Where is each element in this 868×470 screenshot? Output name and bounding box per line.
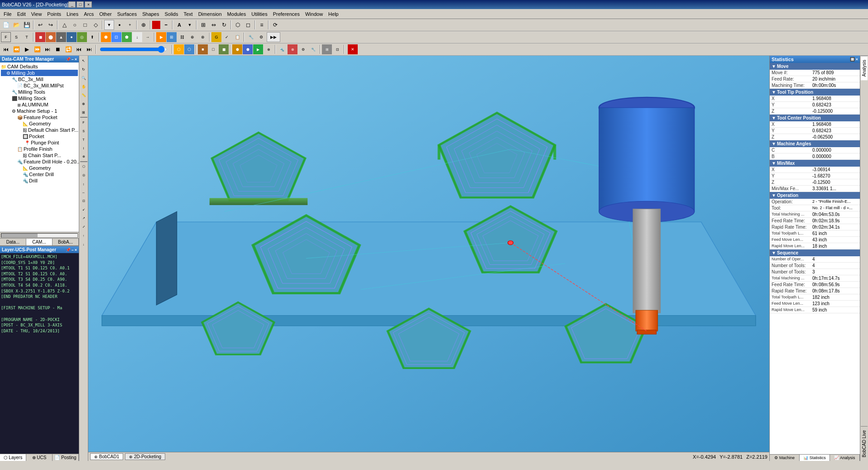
play-stop[interactable]: ⏹	[53, 44, 63, 54]
mirror-btn[interactable]: ⇔	[209, 20, 219, 30]
menu-points[interactable]: Points	[44, 10, 64, 18]
view-top[interactable]: T	[22, 32, 32, 42]
si-top[interactable]: T	[80, 135, 88, 144]
tree-profile-finish[interactable]: 📋 Profile Finish	[1, 146, 78, 152]
menu-text[interactable]: Text	[181, 10, 195, 18]
stats-section-angles-header[interactable]: ▼ Machine Angles	[770, 140, 860, 147]
cam-op5[interactable]: →	[143, 32, 153, 42]
tree-feature-drill[interactable]: 🔩 Feature Drill Hole - 0.20...	[1, 158, 78, 165]
tree-bc3x-post[interactable]: 📄 BC_3x_Mill.MllPst	[1, 82, 78, 89]
menu-edit[interactable]: Edit	[14, 10, 29, 18]
si-tool7[interactable]: ↗	[80, 214, 88, 222]
menu-dimension[interactable]: Dimension	[196, 10, 225, 18]
tree-geometry2[interactable]: 📐 Geometry	[1, 165, 78, 171]
tree-chain-start2[interactable]: ⛓ Chain Start P...	[1, 152, 78, 158]
si-side[interactable]: S	[80, 127, 88, 135]
render-solid[interactable]: ■	[198, 44, 208, 54]
shape-btn[interactable]: ◇	[91, 20, 101, 30]
viewport-tab-bobcad[interactable]: ⊕ BobCAD1	[90, 453, 123, 460]
simcam3[interactable]: ⚙	[298, 44, 308, 54]
si-tool3[interactable]: ↕	[80, 180, 88, 188]
play-play[interactable]: ▶	[22, 44, 32, 54]
simview-mode2[interactable]: ⊡	[332, 44, 342, 54]
menu-file[interactable]: File	[1, 10, 14, 18]
simcam1[interactable]: 🔩	[277, 44, 287, 54]
menu-modules[interactable]: Modules	[225, 10, 249, 18]
tree-chain-start[interactable]: ⛓ Default Chain Start P...	[1, 127, 78, 133]
tree-aluminum[interactable]: ◼ ALUMINUM	[1, 101, 78, 108]
minimize-btn[interactable]: _	[68, 1, 76, 8]
cam-post[interactable]: G	[211, 32, 221, 42]
line-style[interactable]: ━	[161, 20, 171, 30]
cam-report[interactable]: 📋	[232, 32, 242, 42]
stats-restore[interactable]: 🔲	[850, 57, 855, 62]
shape-box[interactable]: ◼	[35, 32, 45, 42]
stats-section-center-header[interactable]: ▼ Tool Center Position	[770, 115, 860, 121]
cam-tool1[interactable]: 🔧	[246, 32, 256, 42]
viewport-tab-2d-pocketing[interactable]: ⊕ 2D-Pocketing	[125, 453, 165, 460]
simview4[interactable]: ⊕	[264, 44, 273, 54]
cam-tree-pin[interactable]: 📌	[66, 57, 71, 62]
maximize-btn[interactable]: □	[77, 1, 84, 8]
simcam4[interactable]: 🔧	[308, 44, 318, 54]
si-iso[interactable]: I	[80, 144, 88, 152]
cam-tab-cam[interactable]: CAM...	[26, 239, 53, 245]
render-wire[interactable]: □	[208, 44, 218, 54]
playback-slider[interactable]	[100, 46, 168, 53]
view-iso[interactable]: ◻	[243, 20, 253, 30]
menu-solids[interactable]: Solids	[162, 10, 181, 18]
play-end[interactable]: ⏭	[43, 44, 53, 54]
ll-tab-layers[interactable]: ⬡ Layers	[0, 454, 26, 461]
render-mixed[interactable]: ◼	[219, 44, 229, 54]
cam-tree-min[interactable]: –	[72, 57, 74, 62]
simview-mode1[interactable]: ⊞	[322, 44, 332, 54]
tree-pocket[interactable]: 🔲 Pocket	[1, 133, 78, 139]
play-stepfwd[interactable]: ⏭	[84, 44, 94, 54]
save-btn[interactable]: 💾	[22, 20, 32, 30]
close-btn[interactable]: ×	[85, 1, 92, 8]
si-zoom[interactable]: 🔍	[80, 74, 88, 82]
cam-op3[interactable]: ⬟	[122, 32, 132, 42]
circle-btn[interactable]: ○	[70, 20, 80, 30]
view3d-btn[interactable]: ⬡	[233, 20, 243, 30]
cam-tool2[interactable]: ⚙	[256, 32, 266, 42]
si-rotate[interactable]: ↻	[80, 65, 88, 73]
tree-bc3x-mill[interactable]: 🔧 BC_3x_Mill	[1, 76, 78, 82]
zoom-fit[interactable]: ⊕	[139, 20, 149, 30]
si-pan[interactable]: ✋	[80, 82, 88, 91]
cam-verify[interactable]: ✓	[222, 32, 232, 42]
play-stepback[interactable]: ⏮	[74, 44, 84, 54]
cam-sim1[interactable]: ▶	[156, 32, 166, 42]
menu-window[interactable]: Window	[302, 10, 326, 18]
play-start[interactable]: ⏮	[1, 44, 11, 54]
si-tool4[interactable]: ↔	[80, 188, 88, 197]
stats-tab-statistics[interactable]: 📊 Statistics	[800, 455, 830, 461]
cam-chain3[interactable]: ⊗	[198, 32, 208, 42]
play-loop[interactable]: 🔁	[63, 44, 73, 54]
tree-feature-pocket[interactable]: 📦 Feature Pocket	[1, 114, 78, 120]
cam-op2[interactable]: ⊡	[111, 32, 121, 42]
view-side[interactable]: S	[11, 32, 21, 42]
font-drop[interactable]: ▼	[185, 20, 195, 30]
shape-torus[interactable]: ◎	[77, 32, 87, 42]
simview3[interactable]: ▶	[253, 44, 263, 54]
menu-preferences[interactable]: Preferences	[270, 10, 302, 18]
tree-machine-setup[interactable]: ⚙ Machine Setup - 1	[1, 108, 78, 114]
tree-plunge[interactable]: 📍 Plunge Point	[1, 139, 78, 146]
stats-close[interactable]: ×	[856, 57, 858, 62]
simview2[interactable]: ⬢	[243, 44, 253, 54]
cam-chain2[interactable]: ⊕	[187, 32, 197, 42]
view-front[interactable]: F	[1, 32, 11, 42]
play-next[interactable]: ⏩	[32, 44, 42, 54]
cam-tab-boba[interactable]: BobA...	[53, 239, 79, 245]
simview1[interactable]: ⬢	[232, 44, 242, 54]
cam-sim2[interactable]: ⊞	[167, 32, 177, 42]
si-tool5[interactable]: ⊡	[80, 197, 88, 205]
menu-view[interactable]: View	[29, 10, 45, 18]
tree-cam-defaults[interactable]: 📁 CAM Defaults	[1, 63, 78, 70]
cam-chain1[interactable]: ⛓	[177, 32, 187, 42]
stats-section-tip-header[interactable]: ▼ Tool Tip Position	[770, 89, 860, 96]
open-btn[interactable]: 📂	[11, 20, 21, 30]
tree-milling-stock[interactable]: ⬛ Milling Stock	[1, 95, 78, 101]
snap-btn2[interactable]: ●	[115, 20, 125, 30]
